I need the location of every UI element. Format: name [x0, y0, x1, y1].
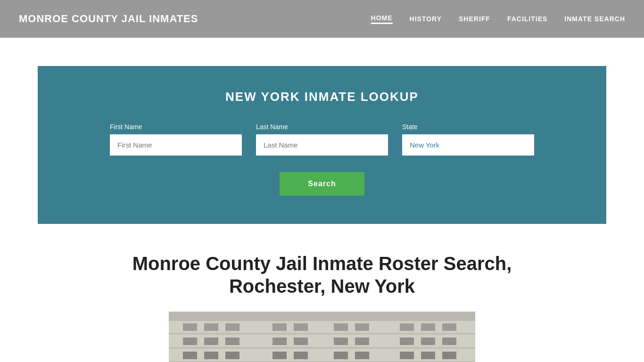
svg-rect-25: [442, 337, 456, 345]
svg-rect-30: [294, 352, 308, 359]
search-btn-row: Search: [75, 172, 569, 196]
svg-rect-11: [334, 323, 348, 331]
svg-rect-7: [204, 323, 218, 331]
search-section: NEW YORK INMATE LOOKUP First Name Last N…: [38, 66, 606, 224]
svg-rect-3: [169, 347, 475, 349]
last-name-input[interactable]: [256, 134, 388, 156]
first-name-field-group: First Name: [110, 123, 242, 156]
state-input[interactable]: [402, 134, 534, 156]
nav-item-home[interactable]: HOME: [371, 14, 393, 24]
svg-rect-13: [400, 323, 414, 331]
nav-item-facilities[interactable]: FACILITIES: [507, 15, 547, 23]
svg-rect-2: [169, 333, 475, 335]
jail-building-image: [169, 312, 475, 362]
svg-rect-29: [272, 352, 287, 359]
nav-item-inmate-search[interactable]: INMATE SEARCH: [564, 15, 625, 23]
first-name-label: First Name: [110, 123, 242, 131]
last-name-label: Last Name: [256, 123, 388, 131]
svg-rect-32: [355, 352, 369, 359]
svg-rect-9: [272, 323, 287, 331]
svg-rect-24: [421, 337, 435, 345]
state-label: State: [402, 123, 534, 131]
svg-rect-20: [294, 337, 308, 345]
last-name-field-group: Last Name: [256, 123, 388, 156]
svg-rect-31: [334, 352, 348, 359]
svg-rect-23: [400, 337, 414, 345]
nav-item-history[interactable]: HISTORY: [410, 15, 442, 23]
search-section-title: NEW YORK INMATE LOOKUP: [75, 90, 569, 104]
search-button[interactable]: Search: [280, 172, 364, 196]
site-title: MONROE COUNTY JAIL INMATES: [19, 13, 198, 25]
site-header: MONROE COUNTY JAIL INMATES HOME HISTORY …: [0, 0, 644, 38]
svg-rect-27: [204, 352, 218, 359]
svg-rect-35: [442, 352, 456, 359]
first-name-input[interactable]: [110, 134, 242, 156]
svg-rect-10: [294, 323, 308, 331]
svg-rect-16: [183, 337, 197, 345]
main-nav: HOME HISTORY SHERIFF FACILITIES INMATE S…: [371, 14, 625, 24]
svg-rect-21: [334, 337, 348, 345]
state-field-group: State: [402, 123, 534, 156]
svg-rect-6: [183, 323, 197, 331]
content-title: Monroe County Jail Inmate Roster Search,…: [85, 252, 559, 297]
svg-rect-28: [225, 352, 239, 359]
nav-item-sheriff[interactable]: SHERIFF: [459, 15, 490, 23]
svg-rect-19: [272, 337, 287, 345]
search-fields-row: First Name Last Name State: [75, 123, 569, 156]
svg-rect-8: [225, 323, 239, 331]
svg-rect-26: [183, 352, 197, 359]
svg-rect-12: [355, 323, 369, 331]
svg-rect-34: [421, 352, 435, 359]
content-section: Monroe County Jail Inmate Roster Search,…: [0, 224, 644, 362]
svg-rect-15: [442, 323, 456, 331]
svg-rect-18: [225, 337, 239, 345]
svg-rect-22: [355, 337, 369, 345]
svg-rect-14: [421, 323, 435, 331]
svg-rect-17: [204, 337, 218, 345]
svg-rect-33: [400, 352, 414, 359]
